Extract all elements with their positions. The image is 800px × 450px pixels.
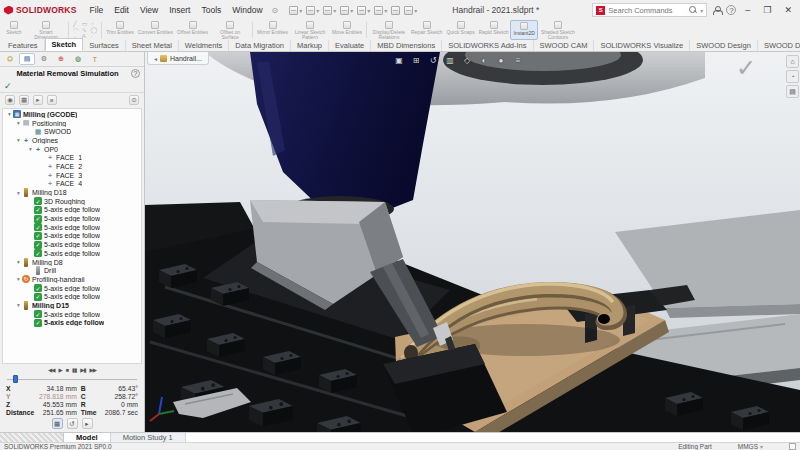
tab-evaluate[interactable]: Evaluate (329, 40, 371, 51)
previous-view-icon[interactable]: ↺ (427, 54, 439, 66)
tree-item-5axis-4[interactable]: 5-axis edge follow (3, 232, 141, 241)
tab-sketch[interactable]: Sketch (45, 38, 84, 51)
propertymanager-tab[interactable]: ▤ (19, 53, 35, 65)
ok-button[interactable]: ✓ (4, 81, 12, 91)
search-caret-icon[interactable]: ▾ (700, 7, 703, 14)
tab-sheet-metal[interactable]: Sheet Metal (126, 40, 179, 51)
display-style-icon[interactable]: ◐ (478, 54, 490, 66)
slider-track[interactable] (7, 379, 137, 380)
sketch-entity-buttons[interactable]: ╱▭○ ◠∿◯ ◞A· (71, 20, 99, 40)
configurationmanager-tab[interactable]: ⚙ (36, 53, 52, 65)
zoom-to-area-icon[interactable]: ⊞ (410, 54, 422, 66)
document-tab[interactable]: ◂ Handrail... (147, 52, 209, 65)
offset-on-surface-button[interactable]: Offset on Surface (210, 20, 250, 40)
tab-surfaces[interactable]: Surfaces (83, 40, 126, 51)
tab-solidworks-visualize[interactable]: SOLIDWORKS Visualize (594, 40, 690, 51)
expand-arrow[interactable]: ▾ (6, 111, 13, 117)
advance-step-icon[interactable]: ▸ (82, 418, 93, 429)
open-button[interactable]: ▾ (305, 5, 320, 16)
redo-button[interactable]: ▾ (373, 5, 388, 16)
search-input[interactable] (608, 6, 686, 15)
tree-item-5axis-6[interactable]: 5-axis edge follow (3, 249, 141, 258)
refresh-stock-icon[interactable]: ↺ (67, 418, 78, 429)
tab-markup[interactable]: Markup (291, 40, 329, 51)
motion-study-tab[interactable]: Motion Study 1 (111, 433, 186, 442)
sketch-button[interactable]: Sketch (2, 20, 26, 40)
tree-item-milling-d15[interactable]: ▾Milling D15 (3, 301, 141, 310)
custom-toolbar-icon[interactable] (789, 443, 796, 450)
keep-visible-pin-icon[interactable]: ⊙ (129, 95, 139, 105)
menu-file[interactable]: File (85, 3, 109, 17)
instant2d-button[interactable]: Instant2D (510, 20, 537, 40)
shaded-sketch-contours-button[interactable]: Shaded Sketch Contours (538, 20, 578, 40)
expand-arrow[interactable]: ▾ (15, 302, 22, 308)
menu-insert[interactable]: Insert (164, 3, 195, 17)
new-document-button[interactable]: ▾ (288, 5, 303, 16)
collapse-tab-arrow-icon[interactable]: ◂ (154, 55, 157, 62)
tab-data-migration[interactable]: Data Migration (229, 40, 291, 51)
minimize-button[interactable]: – (741, 5, 754, 15)
tab-mbd-dimensions[interactable]: MBD Dimensions (371, 40, 442, 51)
tree-item-face-4[interactable]: FACE_4 (3, 180, 141, 189)
simulation-mode-icon[interactable]: ▦ (52, 418, 63, 429)
collision-check-icon[interactable]: ≡ (47, 95, 57, 105)
options-button[interactable]: ▾ (403, 5, 418, 16)
login-icon[interactable] (712, 6, 721, 15)
graphics-viewport[interactable]: ◂ Handrail... ▣ ⊞ ↺ ▥ ◇ ◐ ● ≡ ✓ ⌂ ◔ ▤ (145, 52, 800, 432)
dimxpertmanager-tab[interactable]: ⊕ (53, 53, 69, 65)
tree-item-5axis-5[interactable]: 5-axis edge follow (3, 240, 141, 249)
tree-item-face-2[interactable]: FACE_2 (3, 162, 141, 171)
tool-display-icon[interactable]: ▸ (33, 95, 43, 105)
tree-item-5axis-10-current[interactable]: 5-axis edge follow (3, 319, 141, 328)
tree-item-milling-d18[interactable]: ▾Milling D18 (3, 188, 141, 197)
point-icon[interactable]: · (90, 33, 97, 39)
trim-entities-button[interactable]: Trim Entities (104, 20, 136, 40)
rebuild-button[interactable] (390, 5, 401, 16)
tree-item-5axis-1[interactable]: 5-axis edge follow (3, 206, 141, 215)
tree-item-5axis-3[interactable]: 5-axis edge follow (3, 223, 141, 232)
panel-help-icon[interactable]: ? (131, 69, 140, 78)
display-delete-relations-button[interactable]: Display/Delete Relations (369, 20, 409, 40)
tree-item-origines[interactable]: ▾Origines (3, 136, 141, 145)
repair-sketch-button[interactable]: Repair Sketch (409, 20, 444, 40)
display-mode-icon[interactable]: ◉ (5, 95, 15, 105)
tab-solidworks-add-ins[interactable]: SOLIDWORKS Add-Ins (442, 40, 533, 51)
command-search[interactable]: S ▾ (592, 3, 707, 17)
home-tab-icon[interactable]: ⌂ (786, 55, 799, 68)
move-entities-button[interactable]: Move Entities (330, 20, 364, 40)
pause-button[interactable]: ▮▮ (72, 367, 76, 373)
menu-window[interactable]: Window (227, 3, 267, 17)
tree-item-5axis-2[interactable]: 5-axis edge follow (3, 214, 141, 223)
search-icon[interactable] (689, 6, 697, 14)
help-icon[interactable]: ? (726, 5, 736, 15)
menu-pin-icon[interactable]: ⊙ (272, 6, 279, 15)
close-button[interactable]: ✕ (780, 5, 796, 15)
tree-item-5axis-7[interactable]: 5-axis edge follow (3, 284, 141, 293)
view-orientation-icon[interactable]: ◇ (461, 54, 473, 66)
play-button[interactable]: ▶ (59, 367, 62, 373)
tree-item-drill[interactable]: Drill (3, 266, 141, 275)
design-library-icon[interactable]: ◔ (786, 70, 799, 83)
stock-display-icon[interactable]: ▦ (19, 95, 29, 105)
tab-swood-design-2[interactable]: SWOOD Design (758, 40, 800, 51)
print-button[interactable]: ▾ (339, 5, 354, 16)
tab-features[interactable]: Features (2, 40, 45, 51)
tree-item-milling-gcode[interactable]: ▾Milling (GCODE) (3, 110, 141, 119)
skip-to-start-button[interactable]: ◀◀ (48, 367, 54, 373)
skip-to-end-button[interactable]: ▶▶ (89, 367, 95, 373)
tab-swood-cam[interactable]: SWOOD CAM (534, 40, 595, 51)
tree-item-positioning[interactable]: ▾Positioning (3, 119, 141, 128)
tree-item-5axis-9[interactable]: 5-axis edge follow (3, 310, 141, 319)
expand-arrow[interactable]: ▾ (15, 137, 22, 143)
hide-show-items-icon[interactable]: ● (495, 54, 507, 66)
step-forward-button[interactable]: ▶▮ (80, 367, 85, 373)
tab-swood-design-1[interactable]: SWOOD Design (690, 40, 758, 51)
restore-button[interactable]: ❐ (759, 5, 775, 15)
convert-entities-button[interactable]: Convert Entities (136, 20, 175, 40)
tree-item-profiling-handrail[interactable]: ▾Profiling-handrail (3, 275, 141, 284)
offset-entities-button[interactable]: Offset Entities (175, 20, 210, 40)
simulation-progress-slider[interactable] (7, 375, 137, 383)
expand-arrow[interactable]: ▾ (15, 276, 22, 282)
model-tab[interactable]: Model (64, 433, 111, 442)
tree-item-5axis-8[interactable]: 5-axis edge follow (3, 292, 141, 301)
